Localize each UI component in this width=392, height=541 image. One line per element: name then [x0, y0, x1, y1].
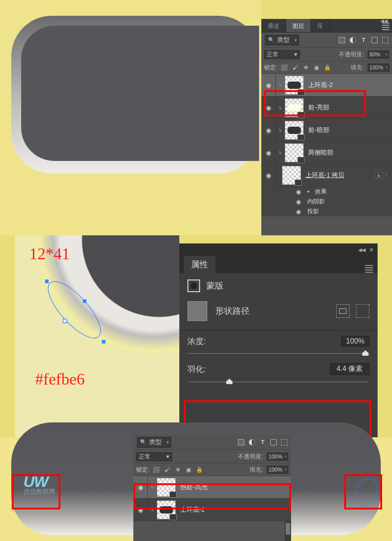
filter-smartobject-icon[interactable] [281, 439, 287, 445]
tab-library[interactable]: 库 [311, 19, 330, 32]
layer-row-selected[interactable]: ◉ ↳ 上环底-2 [261, 74, 392, 96]
visibility-toggle[interactable]: ◉ [261, 74, 276, 96]
chevron-down-icon: ▾ [167, 440, 169, 445]
fill-label: 填充: [250, 466, 263, 474]
opacity-label: 不透明度: [339, 50, 364, 59]
close-icon[interactable]: ✕ [369, 247, 374, 253]
layer-row[interactable]: ◉ ↳ 前-亮部 [261, 96, 392, 119]
visibility-toggle[interactable]: ◉ [293, 208, 304, 215]
panel-menu-icon[interactable] [382, 23, 389, 30]
layer-thumbnail[interactable] [282, 166, 301, 185]
blend-mode-select[interactable]: 正常 ▾ [136, 452, 172, 461]
lock-brush-icon[interactable]: 🖌 [164, 467, 170, 473]
visibility-toggle[interactable]: ◉ [133, 499, 148, 521]
clip-indicator-icon: ↳ [278, 150, 282, 155]
layer-name[interactable]: 前-亮部 [308, 104, 329, 112]
vector-ellipse-path[interactable] [36, 271, 113, 312]
opacity-input[interactable]: 100% ▾ [267, 453, 288, 461]
layer-thumbnail[interactable] [157, 478, 176, 497]
layer-thumbnail[interactable] [157, 500, 176, 519]
visibility-toggle[interactable]: ◉ [261, 96, 276, 119]
layer-row[interactable]: ◉ ↳ 前-暗部 [261, 119, 392, 142]
layer-name[interactable]: 两侧暗部 [308, 149, 333, 157]
scrollbar[interactable] [285, 521, 291, 541]
feather-slider[interactable] [188, 381, 369, 382]
layer-name[interactable]: 上环底-2 [308, 81, 333, 89]
visibility-toggle[interactable]: ◉ [261, 164, 276, 186]
filter-smartobject-icon[interactable] [382, 37, 388, 43]
panel-menu-icon[interactable] [365, 265, 373, 273]
fx-item[interactable]: ◉内阴影 [293, 197, 392, 206]
fx-collapse-icon[interactable]: ⌃ [385, 173, 388, 178]
layer-row-selected[interactable]: ◉ ↳ 拐处-高光 [133, 476, 291, 499]
feather-value[interactable]: 4.4 像素 [330, 363, 369, 375]
filter-adjustment-icon[interactable] [249, 439, 255, 445]
visibility-toggle[interactable]: ◉ [293, 188, 304, 195]
density-slider[interactable] [188, 353, 369, 354]
tab-layers[interactable]: 图层 [286, 19, 311, 32]
layer-thumbnail[interactable] [285, 121, 304, 140]
filter-text-icon[interactable]: T [260, 439, 266, 445]
fx-list: ◉▾效果 ◉内阴影 ◉投影 [261, 187, 392, 216]
layer-filter-select[interactable]: 🔍 类型 ▾ [137, 437, 171, 448]
lock-brush-icon[interactable]: 🖌 [292, 64, 298, 71]
filter-adjustment-icon[interactable] [350, 37, 356, 43]
fx-item[interactable]: ◉投影 [293, 206, 392, 216]
opacity-input[interactable]: 80% ▾ [368, 50, 389, 59]
layer-name-link[interactable]: 上环底-1 拷贝 [305, 171, 344, 179]
layer-row[interactable]: ◉ ↳ 上环底-2 [133, 499, 291, 521]
lock-transparency-icon[interactable] [153, 467, 160, 473]
lock-artboard-icon[interactable]: ▣ [314, 64, 320, 71]
filter-shape-icon[interactable] [371, 37, 378, 43]
filter-pixel-icon[interactable] [238, 439, 244, 445]
collapse-icon[interactable]: ◀◀ [358, 247, 365, 253]
select-mask-icon[interactable] [336, 304, 350, 318]
lock-move-icon[interactable]: ✥ [175, 467, 181, 473]
lock-all-icon[interactable]: 🔒 [324, 64, 331, 71]
visibility-toggle[interactable]: ◉ [261, 119, 276, 141]
slider-thumb[interactable] [362, 350, 369, 356]
density-value[interactable]: 100% [341, 336, 369, 347]
visibility-toggle[interactable]: ◉ [261, 142, 276, 164]
layer-row[interactable]: ◉ ↳ 两侧暗部 [261, 142, 392, 164]
visibility-toggle[interactable]: ◉ [133, 476, 148, 498]
scrollbar-thumb[interactable] [286, 523, 290, 535]
svg-point-0 [40, 274, 109, 345]
fill-value: 100% [269, 467, 283, 473]
density-label: 浓度: [187, 336, 206, 347]
tab-channels[interactable]: 通道 [261, 19, 286, 32]
clip-indicator-icon: ↳ [278, 105, 282, 110]
lock-all-icon[interactable]: 🔒 [196, 467, 203, 473]
blend-mode-select[interactable]: 正常 ▾ [264, 50, 300, 59]
layer-thumbnail[interactable] [285, 143, 304, 162]
fill-label: 填充: [351, 64, 364, 72]
lock-artboard-icon[interactable]: ▣ [186, 467, 192, 473]
filter-shape-icon[interactable] [270, 439, 277, 445]
lock-move-icon[interactable]: ✥ [303, 64, 309, 71]
layer-name[interactable]: 拐处-高光 [180, 483, 208, 491]
shape-path-thumbnail[interactable] [187, 301, 207, 321]
chevron-down-icon: ▾ [285, 468, 287, 472]
fx-item[interactable]: ◉▾效果 [293, 187, 392, 197]
slider-thumb[interactable] [226, 379, 232, 384]
chevron-down-icon: ▾ [294, 51, 297, 58]
artwork-outer-shape [11, 16, 259, 174]
layer-thumbnail[interactable] [285, 98, 304, 117]
chevron-down-icon: ▾ [285, 454, 287, 458]
tab-properties[interactable]: 属性 [184, 256, 215, 273]
edit-path-icon[interactable] [356, 304, 369, 318]
fx-badge[interactable]: fx [375, 172, 383, 179]
fill-input[interactable]: 100% ▾ [267, 466, 288, 474]
layer-thumbnail[interactable] [285, 76, 304, 95]
fill-input[interactable]: 100% ▾ [368, 64, 389, 72]
opacity-value: 100% [269, 454, 283, 460]
layer-name[interactable]: 前-暗部 [308, 126, 329, 134]
layer-name[interactable]: 上环底-2 [180, 506, 205, 514]
layer-row[interactable]: ◉ 上环底-1 拷贝 fx ⌃ [261, 164, 392, 187]
lock-transparency-icon[interactable] [281, 64, 287, 71]
filter-text-icon[interactable]: T [360, 37, 367, 43]
layer-filter-select[interactable]: 🔍 类型 ▾ [265, 35, 299, 46]
filter-pixel-icon[interactable] [339, 37, 345, 43]
blend-mode-label: 正常 [139, 453, 150, 461]
visibility-toggle[interactable]: ◉ [293, 198, 304, 205]
